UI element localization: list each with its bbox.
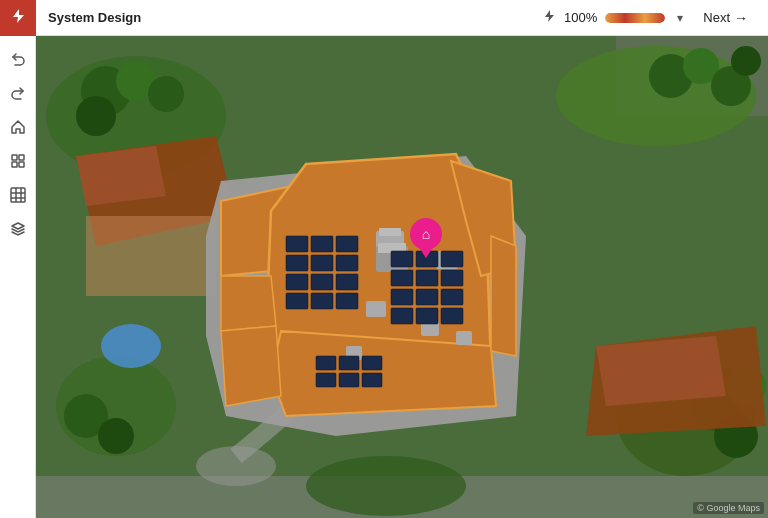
- svg-rect-68: [311, 274, 333, 290]
- svg-point-35: [196, 446, 276, 486]
- sidebar-item-undo[interactable]: [3, 44, 33, 74]
- lightning-icon: [542, 9, 556, 26]
- svg-marker-34: [596, 336, 726, 406]
- svg-rect-87: [362, 356, 382, 370]
- svg-point-36: [101, 324, 161, 368]
- svg-rect-77: [416, 270, 438, 286]
- svg-point-24: [731, 46, 761, 76]
- header: System Design 100% ▾ Next →: [0, 0, 768, 36]
- svg-point-16: [306, 456, 466, 516]
- svg-rect-71: [311, 293, 333, 309]
- progress-dropdown-button[interactable]: ▾: [673, 9, 687, 27]
- svg-rect-55: [366, 301, 386, 317]
- svg-rect-4: [11, 188, 25, 202]
- svg-rect-65: [311, 255, 333, 271]
- svg-rect-75: [441, 251, 463, 267]
- next-label: Next: [703, 10, 730, 25]
- sidebar-item-panels[interactable]: [3, 180, 33, 210]
- svg-rect-58: [456, 331, 472, 345]
- svg-marker-50: [221, 326, 281, 406]
- svg-rect-2: [12, 162, 17, 167]
- svg-rect-86: [339, 356, 359, 370]
- sidebar-item-grid[interactable]: [3, 146, 33, 176]
- sidebar-item-home[interactable]: [3, 112, 33, 142]
- map-area[interactable]: ⌂ © Google Maps: [36, 36, 768, 518]
- logo-area: [0, 0, 36, 36]
- logo-icon: [9, 7, 27, 29]
- svg-rect-67: [286, 274, 308, 290]
- svg-rect-62: [311, 236, 333, 252]
- svg-marker-31: [76, 146, 166, 206]
- svg-rect-73: [391, 251, 413, 267]
- sidebar-item-redo[interactable]: [3, 78, 33, 108]
- header-right: 100% ▾ Next →: [542, 6, 768, 30]
- sidebar: [0, 36, 36, 518]
- sidebar-item-layers[interactable]: [3, 214, 33, 244]
- svg-point-20: [76, 96, 116, 136]
- svg-marker-48: [491, 236, 516, 356]
- svg-rect-70: [286, 293, 308, 309]
- svg-rect-79: [391, 289, 413, 305]
- svg-rect-64: [286, 255, 308, 271]
- progress-fill: [605, 13, 665, 23]
- svg-rect-72: [336, 293, 358, 309]
- svg-rect-84: [441, 308, 463, 324]
- svg-point-19: [148, 76, 184, 112]
- svg-rect-63: [336, 236, 358, 252]
- svg-rect-85: [316, 356, 336, 370]
- svg-rect-90: [362, 373, 382, 387]
- next-button[interactable]: Next →: [695, 6, 756, 30]
- svg-rect-78: [441, 270, 463, 286]
- svg-rect-81: [441, 289, 463, 305]
- svg-rect-88: [316, 373, 336, 387]
- svg-rect-83: [416, 308, 438, 324]
- svg-rect-89: [339, 373, 359, 387]
- svg-point-29: [98, 418, 134, 454]
- svg-rect-76: [391, 270, 413, 286]
- svg-rect-80: [416, 289, 438, 305]
- page-title: System Design: [36, 10, 542, 25]
- next-arrow-icon: →: [734, 10, 748, 26]
- svg-text:⌂: ⌂: [422, 226, 430, 242]
- svg-rect-69: [336, 274, 358, 290]
- svg-rect-61: [286, 236, 308, 252]
- map-attribution: © Google Maps: [693, 502, 764, 514]
- svg-rect-0: [12, 155, 17, 160]
- percent-label: 100%: [564, 10, 597, 25]
- svg-marker-46: [221, 276, 276, 331]
- progress-bar: [605, 13, 665, 23]
- svg-rect-82: [391, 308, 413, 324]
- svg-rect-53: [379, 228, 401, 236]
- svg-rect-32: [86, 216, 216, 296]
- svg-rect-1: [19, 155, 24, 160]
- svg-rect-66: [336, 255, 358, 271]
- svg-rect-3: [19, 162, 24, 167]
